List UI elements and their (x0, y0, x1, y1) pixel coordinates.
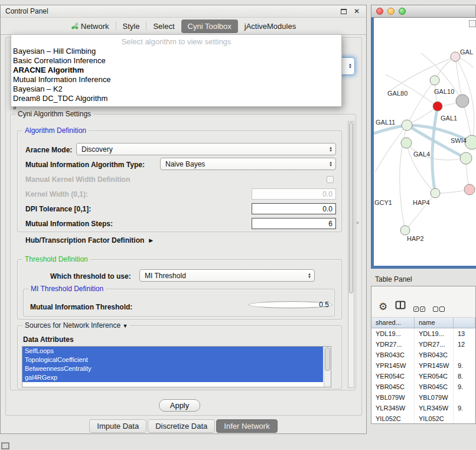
manual-kernel-checkbox[interactable] (327, 176, 334, 183)
tab-style[interactable]: Style (116, 19, 146, 33)
network-edge-highlighted[interactable] (432, 106, 438, 193)
kernel-width-field[interactable]: 0.0 (252, 188, 336, 200)
table-cell[interactable]: YBR045C (371, 381, 415, 392)
table-cell[interactable]: YIL052C (371, 413, 415, 424)
tab-network[interactable]: Network (64, 19, 116, 33)
table-cell[interactable]: YDL19... (371, 328, 415, 339)
dock-mini-window-icon[interactable] (1, 442, 9, 449)
table-cell[interactable]: YER054C (371, 371, 415, 381)
aracne-mode-combobox[interactable]: Discovery ▲▼ (76, 143, 336, 155)
attribute-item-selected[interactable]: BetweennessCentrality (22, 364, 323, 373)
table-cell[interactable]: 8. (454, 371, 475, 381)
network-node[interactable] (402, 120, 412, 131)
table-cell[interactable]: YER054C (415, 371, 454, 381)
control-panel-titlebar[interactable]: Control Panel ✕ (1, 5, 366, 18)
hub-definition-section[interactable]: Hub/Transcription Factor Definition ▶ (25, 236, 153, 244)
mi-threshold-field[interactable]: 0.5 (249, 301, 332, 308)
table-row[interactable]: YER054CYER054C8. (371, 371, 475, 381)
table-cell[interactable]: YDR27... (371, 339, 415, 350)
table-cell[interactable]: YBR045C (415, 381, 454, 392)
attribute-item-selected[interactable]: gal4RGexp (22, 373, 323, 382)
table-row[interactable]: YIL052CYIL052C (371, 413, 475, 424)
sources-group-title[interactable]: Sources for Network Inference ▼ (22, 321, 130, 330)
scrollbar-thumb[interactable] (349, 122, 353, 294)
table-cell[interactable]: YDL19... (415, 328, 454, 339)
network-scroll-corner[interactable] (469, 20, 476, 27)
table-cell[interactable] (454, 392, 475, 403)
table-cell[interactable]: YPR145W (371, 360, 415, 371)
algorithm-option[interactable]: Mutual Information Inference (11, 75, 341, 84)
table-cell[interactable]: YDR27... (415, 339, 454, 350)
zoom-traffic-light-icon[interactable] (399, 8, 406, 15)
table-row[interactable]: YBL079WYBL079W (371, 392, 475, 403)
table-cell[interactable]: YBL079W (371, 392, 415, 403)
column-header-name[interactable]: name (415, 318, 454, 328)
table-row[interactable]: YPR145WYPR145W9. (371, 360, 475, 371)
network-node[interactable] (401, 138, 412, 148)
close-icon[interactable]: ✕ (354, 8, 360, 15)
mi-steps-field[interactable]: 6 (252, 218, 336, 229)
data-attributes-list[interactable]: SelfLoops TopologicalCoefficient Between… (22, 346, 331, 387)
which-threshold-combobox[interactable]: MI Threshold ▲▼ (139, 269, 315, 282)
tab-discretize-data[interactable]: Discretize Data (148, 419, 215, 433)
attribute-item-selected[interactable]: SelfLoops (22, 347, 323, 356)
table-row[interactable]: YBR045CYBR045C9. (371, 381, 475, 392)
algorithm-option[interactable]: Bayesian – K2 (11, 84, 341, 94)
attribute-item-selected[interactable]: TopologicalCoefficient (22, 356, 323, 364)
table-cell[interactable]: YLR345W (415, 403, 454, 413)
algorithm-option-selected[interactable]: ARACNE Algorithm (11, 66, 341, 75)
table-cell[interactable]: 9. (454, 403, 475, 413)
list-scrollbar[interactable] (324, 347, 331, 387)
network-canvas[interactable]: GALGAL80GAL10GAL1GAL11SWI4GAL4GCY1HAP4HA… (371, 18, 476, 269)
minimize-traffic-light-icon[interactable] (387, 8, 395, 15)
splitter-collapse-handle[interactable]: ‹‹ (356, 220, 358, 226)
table-cell[interactable]: YLR345W (371, 403, 415, 413)
table-cell[interactable] (454, 350, 475, 360)
table-cell[interactable]: YIL052C (415, 413, 454, 424)
table-row[interactable]: YDR27...YDR27...12 (371, 339, 475, 350)
network-node[interactable] (456, 94, 469, 107)
close-traffic-light-icon[interactable] (376, 8, 383, 15)
select-all-columns-icon[interactable]: ✓ ✓ (413, 306, 425, 312)
network-node[interactable] (433, 102, 442, 111)
tab-impute-data[interactable]: Impute Data (89, 419, 146, 433)
table-cell[interactable]: YBR043C (415, 350, 454, 360)
dpi-tolerance-field[interactable]: 0.0 (252, 203, 336, 214)
table-row[interactable]: YBR043CYBR043C (371, 350, 475, 360)
table-cell[interactable]: YPR145W (415, 360, 454, 371)
network-node[interactable] (400, 226, 410, 235)
network-window-titlebar[interactable] (371, 5, 476, 18)
mi-algorithm-type-combobox[interactable]: Naive Bayes ▲▼ (160, 158, 336, 170)
network-edge[interactable] (389, 57, 455, 92)
network-node[interactable] (451, 52, 460, 61)
deselect-all-columns-icon[interactable] (433, 306, 445, 312)
tab-select[interactable]: Select (146, 19, 181, 33)
columns-icon[interactable] (395, 301, 406, 312)
table-cell[interactable]: 13 (454, 328, 475, 339)
table-cell[interactable]: 9. (454, 360, 475, 371)
column-header-shared-name[interactable]: shared... (371, 318, 415, 328)
algorithm-option[interactable]: Bayesian – Hill Climbing (11, 47, 341, 56)
column-header-extra[interactable] (454, 318, 475, 328)
table-cell[interactable]: YBR043C (371, 350, 415, 360)
scrollbar-thumb[interactable] (325, 347, 330, 371)
algorithm-option[interactable]: Dream8 DC_TDC Algorithm (11, 94, 341, 103)
apply-button[interactable]: Apply (159, 399, 200, 412)
table-cell[interactable]: 12 (454, 339, 475, 350)
network-node[interactable] (431, 188, 440, 198)
network-node[interactable] (460, 152, 472, 164)
network-node[interactable] (464, 184, 475, 195)
table-cell[interactable] (454, 413, 475, 424)
tab-jactivemodules[interactable]: jActiveModules (238, 19, 302, 33)
settings-scrollbar[interactable] (348, 121, 354, 388)
tab-infer-network[interactable]: Infer Network (216, 419, 277, 433)
float-window-icon[interactable] (341, 9, 347, 14)
table-cell[interactable]: 9. (454, 381, 475, 392)
algorithm-option[interactable]: Basic Correlation Inference (11, 56, 341, 66)
network-edge[interactable] (407, 80, 435, 125)
table-cell[interactable]: YBL079W (415, 392, 454, 403)
tab-cyni-toolbox[interactable]: Cyni Toolbox (181, 19, 238, 33)
table-row[interactable]: YLR345WYLR345W9. (371, 403, 475, 413)
network-node[interactable] (430, 76, 439, 85)
table-row[interactable]: YDL19...YDL19...13 (371, 328, 475, 339)
